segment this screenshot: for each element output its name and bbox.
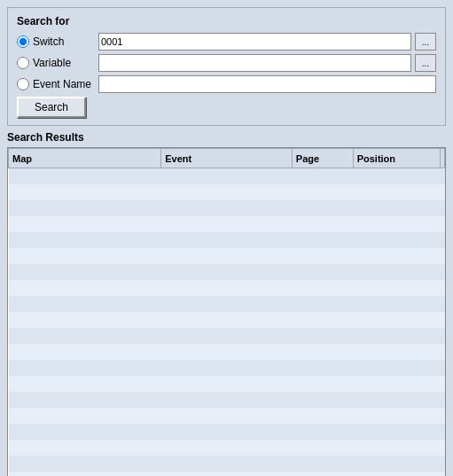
table-header-row: Map Event Page Position (9, 149, 445, 168)
table-row (9, 424, 445, 440)
variable-input[interactable] (98, 54, 411, 72)
results-table-container: Map Event Page Position (7, 147, 446, 476)
table-row (9, 232, 445, 248)
search-results-title: Search Results (7, 131, 446, 144)
search-results-section: Search Results Map Event Page Position (7, 131, 446, 476)
event-name-input[interactable] (98, 75, 436, 93)
search-button[interactable]: Search (17, 97, 86, 118)
switch-input[interactable] (98, 33, 411, 51)
column-header-extra (441, 149, 445, 168)
results-tbody (9, 168, 445, 477)
table-row (9, 376, 445, 392)
event-name-row: Event Name (17, 75, 436, 93)
column-header-position: Position (353, 149, 440, 168)
switch-radio[interactable] (17, 35, 29, 48)
main-container: Search for Switch ... Variable ... Event… (0, 0, 453, 476)
table-row (9, 392, 445, 408)
variable-label[interactable]: Variable (33, 57, 95, 69)
table-row (9, 408, 445, 424)
variable-radio[interactable] (17, 57, 29, 69)
switch-label[interactable]: Switch (33, 35, 95, 48)
table-row (9, 312, 445, 328)
switch-ellipsis-button[interactable]: ... (415, 33, 436, 51)
table-row (9, 184, 445, 200)
table-row (9, 328, 445, 344)
event-name-radio[interactable] (17, 78, 29, 90)
table-row (9, 280, 445, 296)
table-row (9, 168, 445, 184)
table-row (9, 472, 445, 477)
search-button-row: Search (17, 97, 436, 118)
column-header-map: Map (9, 149, 161, 168)
search-for-title: Search for (17, 15, 436, 27)
variable-row: Variable ... (17, 54, 436, 72)
event-name-label[interactable]: Event Name (33, 78, 95, 90)
table-row (9, 456, 445, 472)
search-for-section: Search for Switch ... Variable ... Event… (7, 7, 446, 126)
variable-ellipsis-button[interactable]: ... (415, 54, 436, 72)
table-row (9, 264, 445, 280)
column-header-page: Page (292, 149, 353, 168)
table-row (9, 440, 445, 456)
results-table: Map Event Page Position (8, 148, 445, 476)
table-row (9, 360, 445, 376)
table-row (9, 248, 445, 264)
table-row (9, 216, 445, 232)
table-row (9, 344, 445, 360)
switch-row: Switch ... (17, 33, 436, 51)
column-header-event: Event (161, 149, 293, 168)
table-row (9, 200, 445, 216)
table-row (9, 296, 445, 312)
